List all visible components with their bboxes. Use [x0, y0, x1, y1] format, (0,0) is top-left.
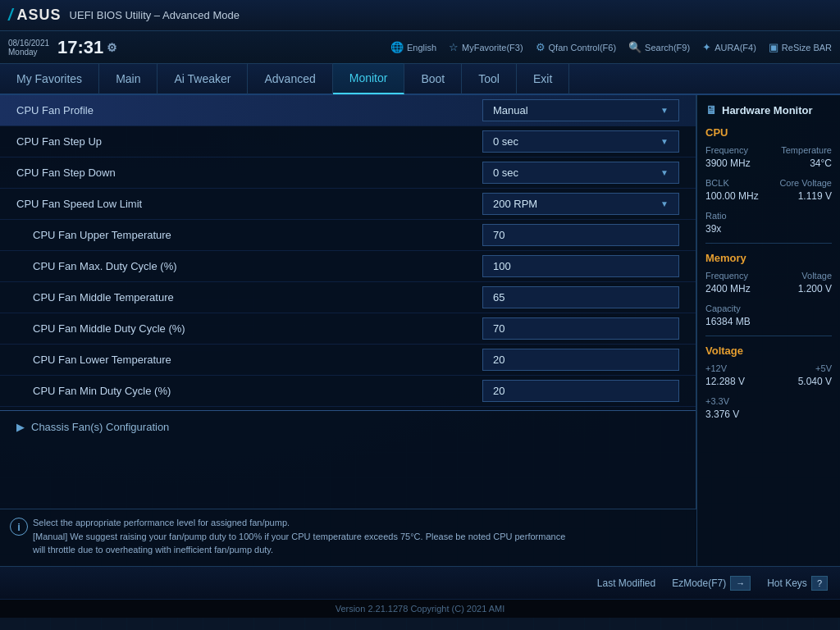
setting-cpu-fan-step-up: CPU Fan Step Up 0 sec ▼	[0, 126, 696, 158]
tab-monitor[interactable]: Monitor	[333, 63, 405, 94]
hw-cpu-temp-label: Temperature	[781, 145, 832, 155]
dropdown-cpu-fan-speed-low-limit[interactable]: 200 RPM ▼	[482, 193, 679, 215]
hw-voltage-section: Voltage	[705, 345, 832, 357]
hw-volt-5-value: 5.040 V	[798, 376, 832, 387]
time-display: 17:31 ⚙	[57, 39, 117, 57]
chassis-fans-section[interactable]: ▶ Chassis Fan(s) Configuration	[0, 414, 696, 440]
datetime-bar: 08/16/2021 Monday 17:31 ⚙ 🌐 English ☆ My…	[0, 31, 840, 64]
label-cpu-fan-middle-temp: CPU Fan Middle Temperature	[16, 291, 482, 304]
value-cpu-fan-middle-duty[interactable]: 70	[482, 317, 679, 340]
value-cpu-fan-lower-temp[interactable]: 20	[482, 349, 679, 371]
dropdown-arrow: ▼	[660, 137, 669, 146]
setting-cpu-fan-max-duty: CPU Fan Max. Duty Cycle (%) 100	[0, 251, 696, 282]
shortcut-resizebar[interactable]: ▣ ReSize BAR	[769, 41, 832, 53]
dropdown-cpu-fan-profile[interactable]: Manual ▼	[482, 99, 679, 121]
setting-cpu-fan-profile: CPU Fan Profile Manual ▼	[0, 95, 696, 126]
hw-cpu-corev-label: Core Voltage	[779, 178, 832, 188]
top-shortcuts: 🌐 English ☆ MyFavorite(F3) ⚙ Qfan Contro…	[134, 41, 832, 53]
bios-title: UEFI BIOS Utility – Advanced Mode	[70, 9, 832, 21]
hw-volt-12-row: +12V +5V	[705, 363, 832, 373]
hw-cpu-ratio-label: Ratio	[705, 211, 727, 221]
setting-cpu-fan-upper-temp: CPU Fan Upper Temperature 70	[0, 220, 696, 251]
info-bar: i Select the appropriate performance lev…	[0, 509, 696, 566]
hw-cpu-section: CPU	[705, 126, 832, 139]
value-cpu-fan-middle-temp[interactable]: 65	[482, 286, 679, 308]
hw-cpu-ratio-label-row: Ratio	[705, 211, 832, 221]
hw-monitor-title: 🖥 Hardware Monitor	[705, 103, 832, 116]
label-cpu-fan-middle-duty: CPU Fan Middle Duty Cycle (%)	[16, 322, 482, 335]
hw-volt-12-value: 12.288 V	[705, 376, 745, 387]
hw-cpu-freq-label: Frequency	[705, 145, 748, 155]
date-display: 08/16/2021 Monday	[8, 39, 49, 57]
header-bar: /ASUS UEFI BIOS Utility – Advanced Mode	[0, 0, 840, 31]
input-cpu-fan-middle-duty[interactable]: 70	[482, 317, 679, 340]
shortcut-aura[interactable]: ✦ AURA(F4)	[702, 41, 756, 53]
hw-mem-freq-value-row: 2400 MHz 1.200 V	[705, 283, 832, 301]
hw-mem-cap-value: 16384 MB	[705, 316, 832, 327]
value-cpu-fan-max-duty[interactable]: 100	[482, 255, 679, 277]
info-icon: i	[10, 518, 28, 536]
version-bar: Version 2.21.1278 Copyright (C) 2021 AMI	[0, 599, 840, 618]
tab-main[interactable]: Main	[99, 63, 158, 94]
last-modified-button[interactable]: Last Modified	[597, 578, 655, 589]
shortcut-myfavorite[interactable]: ☆ MyFavorite(F3)	[449, 41, 523, 53]
hw-cpu-bclk-value-row: 100.00 MHz 1.119 V	[705, 190, 832, 208]
hw-mem-volt-value: 1.200 V	[798, 283, 832, 294]
value-cpu-fan-upper-temp[interactable]: 70	[482, 224, 679, 246]
tab-boot[interactable]: Boot	[404, 63, 462, 94]
input-cpu-fan-max-duty[interactable]: 100	[482, 255, 679, 277]
dropdown-arrow: ▼	[660, 106, 669, 115]
hw-cpu-temp-value: 34°C	[810, 158, 832, 169]
dropdown-cpu-fan-step-down[interactable]: 0 sec ▼	[482, 162, 679, 184]
value-cpu-fan-step-up[interactable]: 0 sec ▼	[482, 130, 679, 153]
version-text: Version 2.21.1278 Copyright (C) 2021 AMI	[336, 604, 505, 614]
hw-mem-cap-label-row: Capacity	[705, 304, 832, 313]
setting-cpu-fan-step-down: CPU Fan Step Down 0 sec ▼	[0, 158, 696, 189]
info-text: Select the appropriate performance level…	[33, 516, 684, 557]
label-cpu-fan-profile: CPU Fan Profile	[16, 104, 482, 116]
ez-mode-icon: →	[730, 576, 751, 591]
hot-keys-button[interactable]: Hot Keys ?	[767, 576, 828, 591]
value-cpu-fan-step-down[interactable]: 0 sec ▼	[482, 162, 679, 184]
dropdown-cpu-fan-step-up[interactable]: 0 sec ▼	[482, 130, 679, 153]
tab-my-favorites[interactable]: My Favorites	[0, 63, 99, 94]
hw-mem-cap-label: Capacity	[705, 304, 741, 313]
setting-cpu-fan-min-duty: CPU Fan Min Duty Cycle (%) 20	[0, 376, 696, 407]
hw-cpu-ratio-value: 39x	[705, 223, 832, 235]
hot-keys-icon: ?	[811, 576, 828, 591]
tab-tool[interactable]: Tool	[462, 63, 517, 94]
hw-volt-33-label: +3.3V	[705, 396, 729, 406]
bottom-bar: Last Modified EzMode(F7) → Hot Keys ?	[0, 566, 840, 599]
hw-mem-freq-label: Frequency	[705, 271, 748, 281]
tab-advanced[interactable]: Advanced	[248, 63, 332, 94]
dropdown-arrow: ▼	[660, 168, 669, 177]
hw-cpu-freq-value-row: 3900 MHz 34°C	[705, 158, 832, 176]
input-cpu-fan-lower-temp[interactable]: 20	[482, 349, 679, 371]
ez-mode-button[interactable]: EzMode(F7) →	[672, 576, 751, 591]
monitor-icon: 🖥	[705, 103, 717, 116]
value-cpu-fan-speed-low-limit[interactable]: 200 RPM ▼	[482, 193, 679, 215]
hw-cpu-bclk-row: BCLK Core Voltage	[705, 178, 832, 188]
aura-icon: ✦	[702, 41, 711, 53]
hw-volt-12-label: +12V	[705, 363, 727, 373]
input-cpu-fan-middle-temp[interactable]: 65	[482, 286, 679, 308]
shortcut-qfan[interactable]: ⚙ Qfan Control(F6)	[536, 41, 617, 53]
input-cpu-fan-min-duty[interactable]: 20	[482, 380, 679, 402]
hw-mem-freq-value: 2400 MHz	[705, 283, 751, 294]
chassis-fans-label: Chassis Fan(s) Configuration	[31, 421, 169, 433]
settings-area: CPU Fan Profile Manual ▼ CPU Fan Step Up…	[0, 95, 696, 566]
hw-cpu-freq-value: 3900 MHz	[705, 158, 751, 169]
hw-volt-12-value-row: 12.288 V 5.040 V	[705, 376, 832, 394]
value-cpu-fan-min-duty[interactable]: 20	[482, 380, 679, 402]
value-cpu-fan-profile[interactable]: Manual ▼	[482, 99, 679, 121]
tab-exit[interactable]: Exit	[517, 63, 569, 94]
tab-ai-tweaker[interactable]: Ai Tweaker	[158, 63, 248, 94]
section-divider	[0, 410, 696, 411]
shortcut-search[interactable]: 🔍 Search(F9)	[628, 41, 690, 53]
hw-mem-volt-label: Voltage	[801, 271, 832, 281]
settings-icon[interactable]: ⚙	[107, 42, 117, 53]
hw-memory-section: Memory	[705, 252, 832, 264]
input-cpu-fan-upper-temp[interactable]: 70	[482, 224, 679, 246]
label-cpu-fan-step-down: CPU Fan Step Down	[16, 167, 482, 179]
shortcut-english[interactable]: 🌐 English	[390, 41, 436, 53]
